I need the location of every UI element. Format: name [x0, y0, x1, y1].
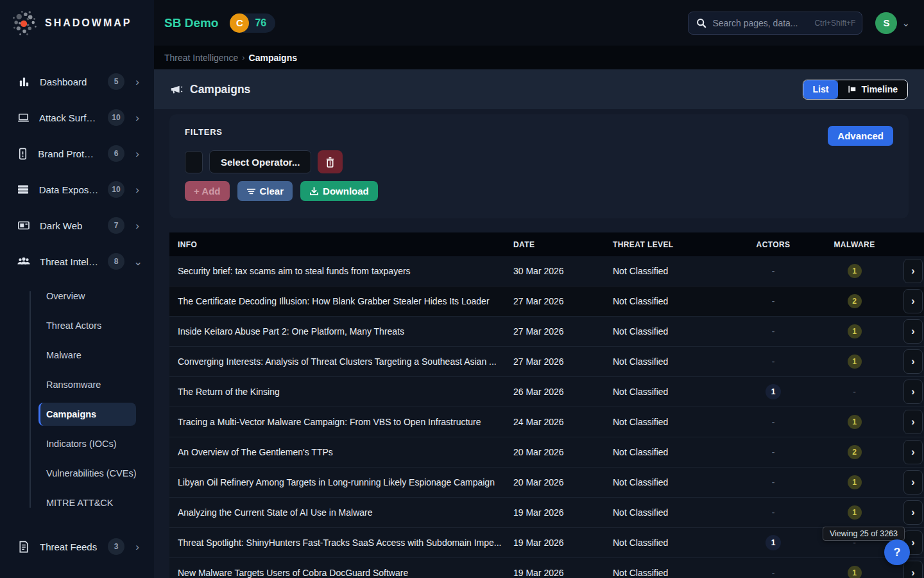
advanced-filters-button[interactable]: Advanced — [828, 126, 893, 146]
table-header-row: INFO DATE THREAT LEVEL ACTORS MALWARE — [169, 232, 924, 256]
filter-field-select[interactable] — [185, 151, 203, 173]
chevron-right-icon[interactable]: › — [133, 184, 141, 195]
cell-date: 27 Mar 2026 — [513, 296, 613, 306]
row-expand-button[interactable]: › — [903, 470, 923, 495]
table-row[interactable]: The Certificate Decoding Illusion: How B… — [169, 286, 924, 317]
cell-threat-level: Not Classified — [613, 568, 741, 578]
chevron-right-icon[interactable]: › — [133, 76, 141, 87]
sidebar-item-dashboard[interactable]: Dashboard 5 › — [9, 69, 145, 94]
sidebar-item-threat-feeds[interactable]: Threat Feeds 3 › — [9, 534, 145, 559]
cell-malware: 2 — [805, 445, 903, 459]
cell-actions: › — [903, 500, 924, 525]
sidebar-item-label: Brand Protecti... — [38, 148, 99, 159]
chevron-right-icon[interactable]: › — [133, 112, 141, 123]
submenu-item[interactable]: Ransomware — [38, 373, 136, 396]
row-expand-button[interactable]: › — [903, 319, 923, 344]
table-row[interactable]: Tracing a Multi-Vector Malware Campaign:… — [169, 407, 924, 437]
topbar: SB Demo C 76 Ctrl+Shift+F S ⌄ — [154, 0, 924, 46]
table-row[interactable]: The Return of the Kinsing 26 Mar 2026 No… — [169, 377, 924, 407]
column-header-threat-level[interactable]: THREAT LEVEL — [613, 240, 741, 249]
sidebar-item-label: Dashboard — [40, 76, 99, 87]
cell-threat-level: Not Classified — [613, 477, 741, 487]
table-row[interactable]: Inside Keitaro Abuse Part 2: One Platfor… — [169, 317, 924, 347]
cell-malware: 1 — [805, 355, 903, 369]
global-search[interactable]: Ctrl+Shift+F — [688, 12, 862, 35]
sidebar-item-dark-web[interactable]: Dark Web 7 › — [9, 213, 145, 238]
row-expand-button[interactable]: › — [903, 380, 923, 404]
org-name[interactable]: SB Demo — [164, 16, 218, 30]
column-header-date[interactable]: DATE — [513, 240, 613, 249]
cell-date: 27 Mar 2026 — [513, 326, 613, 337]
add-filter-button[interactable]: + Add — [185, 181, 230, 201]
table-row[interactable]: An Overview of The Gentlemen's TTPs 20 M… — [169, 437, 924, 468]
cell-threat-level: Not Classified — [613, 447, 741, 457]
cell-threat-level: Not Classified — [613, 538, 741, 548]
column-header-actors[interactable]: ACTORS — [741, 240, 805, 249]
avatar[interactable]: S — [875, 12, 897, 34]
chevron-right-icon[interactable]: › — [133, 541, 141, 552]
list-view-button[interactable]: List — [803, 80, 839, 99]
mobile-alert-icon — [17, 146, 29, 161]
cell-info: Tracing a Multi-Vector Malware Campaign:… — [169, 417, 513, 427]
cell-actors: - — [741, 568, 805, 578]
feed-document-icon — [17, 539, 31, 554]
help-button[interactable]: ? — [884, 539, 910, 565]
select-operator-button[interactable]: Select Operator... — [209, 150, 311, 173]
security-grade-pill[interactable]: C 76 — [230, 13, 275, 33]
submenu-item[interactable]: Overview — [38, 285, 136, 308]
chevron-down-icon[interactable]: ⌄ — [902, 17, 910, 29]
download-button[interactable]: Download — [300, 181, 378, 201]
page-header: Campaigns List Timeline — [154, 69, 924, 109]
chevron-right-icon[interactable]: › — [133, 148, 141, 159]
clear-label: Clear — [260, 186, 284, 197]
cell-malware: 1 — [805, 475, 903, 489]
table-row[interactable]: Threat Spotlight: ShinyHunters Fast-Trac… — [169, 528, 924, 558]
table-row[interactable]: Libyan Oil Refinery Among Targets in Lon… — [169, 468, 924, 498]
chevron-down-icon[interactable]: ⌄ — [133, 256, 141, 267]
clear-filters-button[interactable]: Clear — [237, 181, 293, 201]
breadcrumb-parent[interactable]: Threat Intelligence — [164, 53, 238, 63]
sidebar-item-threat-intelligence[interactable]: Threat Intellig... 8 ⌄ — [9, 249, 145, 274]
column-header-malware[interactable]: MALWARE — [805, 240, 903, 249]
filter-row: Select Operator... — [185, 150, 893, 173]
table-row[interactable]: Converging Interests: Analysis of Threat… — [169, 347, 924, 377]
submenu-item[interactable]: Malware — [38, 344, 136, 367]
page-title: Campaigns — [190, 83, 250, 96]
brand-logo[interactable]: SHADOWMAP — [0, 0, 154, 46]
user-menu[interactable]: S ⌄ — [875, 12, 910, 34]
table-row[interactable]: Security brief: tax scams aim to steal f… — [169, 256, 924, 286]
laptop-icon — [17, 110, 30, 125]
delete-filter-button[interactable] — [318, 150, 343, 173]
row-expand-button[interactable]: › — [903, 500, 923, 525]
row-expand-button[interactable]: › — [903, 349, 923, 374]
cell-actions: › — [903, 319, 924, 344]
cell-actors: - — [741, 417, 805, 427]
search-input[interactable] — [712, 18, 809, 28]
submenu-item[interactable]: Indicators (IOCs) — [38, 432, 136, 455]
cell-date: 20 Mar 2026 — [513, 477, 613, 487]
megaphone-icon — [169, 83, 183, 96]
row-expand-button[interactable]: › — [903, 259, 923, 283]
table-row[interactable]: New Malware Targets Users of Cobra DocGu… — [169, 558, 924, 578]
row-expand-button[interactable]: › — [903, 410, 923, 434]
cell-actions: › — [903, 440, 924, 464]
submenu-item[interactable]: MITRE ATT&CK — [38, 491, 136, 514]
cell-info: The Return of the Kinsing — [169, 387, 513, 397]
cell-date: 24 Mar 2026 — [513, 417, 613, 427]
timeline-view-button[interactable]: Timeline — [838, 80, 907, 99]
chevron-right-icon[interactable]: › — [133, 220, 141, 231]
row-expand-button[interactable]: › — [903, 440, 923, 464]
cell-actions: › — [903, 561, 924, 578]
cell-info: Threat Spotlight: ShinyHunters Fast-Trac… — [169, 538, 513, 548]
sidebar-item-attack-surface[interactable]: Attack Surface 10 › — [9, 105, 145, 130]
row-expand-button[interactable]: › — [903, 289, 923, 313]
sidebar-item-brand-protection[interactable]: Brand Protecti... 6 › — [9, 141, 145, 166]
table-row[interactable]: Analyzing the Current State of AI Use in… — [169, 498, 924, 528]
column-header-info[interactable]: INFO — [169, 240, 513, 249]
submenu-item[interactable]: Threat Actors — [38, 314, 136, 337]
sidebar-item-data-exposure[interactable]: Data Exposure 10 › — [9, 177, 145, 202]
submenu-item[interactable]: Vulnerabilities (CVEs) — [38, 462, 136, 485]
row-expand-button[interactable]: › — [903, 561, 923, 578]
grade-score: 76 — [249, 17, 275, 29]
submenu-item[interactable]: Campaigns — [38, 403, 136, 426]
